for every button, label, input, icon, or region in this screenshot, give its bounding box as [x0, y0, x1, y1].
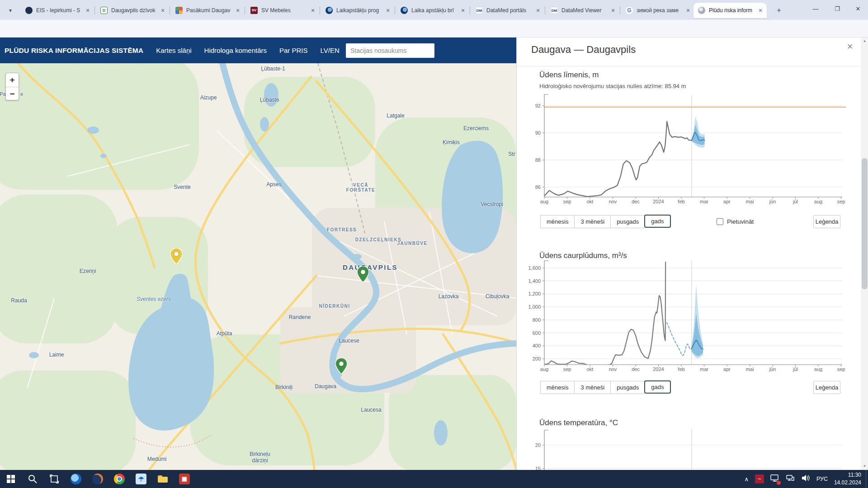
window-close-button[interactable]: ✕ [848, 0, 868, 18]
lvgmc-globe-icon [401, 7, 408, 14]
map-label-laucesa: Laucesa [361, 407, 381, 413]
svg-text:aug: aug [540, 366, 548, 372]
range-button-gads[interactable]: gads [644, 215, 670, 228]
tab-close-icon[interactable]: ✕ [684, 7, 692, 14]
svg-text:15: 15 [535, 466, 541, 470]
svg-text:1,600: 1,600 [528, 265, 541, 271]
tab-close-icon[interactable]: ✕ [234, 7, 241, 14]
weather-app-icon[interactable]: ☂ [136, 474, 146, 484]
browser-tab-2[interactable]: DDaugavpils dzīvok✕ [96, 3, 169, 18]
nav-hidrologa-komentars[interactable]: Hidrologa komentārs [204, 47, 267, 54]
tab-close-icon[interactable]: ✕ [459, 7, 467, 14]
tab-close-icon[interactable]: ✕ [309, 7, 316, 14]
temperature-chart[interactable]: 1520 [525, 428, 846, 470]
map-label-laime: Laime [49, 352, 64, 358]
tab-close-icon[interactable]: ✕ [534, 7, 542, 14]
map-label-e: e [20, 91, 23, 97]
browser-tab-4[interactable]: SVSV Mebeles✕ [246, 3, 319, 18]
nav-language-toggle[interactable]: LV/EN [321, 47, 340, 54]
edge-browser-icon[interactable] [71, 474, 81, 484]
browser-tab-1[interactable]: EIS - Iepirkumi - S✕ [21, 3, 94, 18]
tab-close-icon[interactable]: ✕ [757, 7, 764, 14]
browser-tab-6[interactable]: Laika apstākļu brī✕ [396, 3, 469, 18]
panel-close-icon[interactable]: ✕ [845, 42, 855, 52]
zoom-checkbox-row: Pietuvināt [717, 218, 754, 225]
antivirus-tray-icon[interactable]: ~ [755, 474, 764, 483]
network-icon[interactable] [786, 474, 795, 484]
site-brand[interactable]: PLŪDU RISKA INFORMĀCIJAS SISTĒMA [5, 47, 143, 55]
zoom-in-button[interactable]: + [6, 73, 19, 87]
datamed-icon: DM [551, 7, 558, 14]
tab-close-icon[interactable]: ✕ [609, 7, 617, 14]
discharge-chart[interactable]: 2004006008001,0001,2001,4001,600augsepok… [525, 260, 846, 375]
range-button-pusgads[interactable]: pusgads [610, 215, 645, 228]
tab-title: Plūdu riska inform [709, 7, 757, 14]
range-button-gads[interactable]: gads [644, 380, 670, 394]
range-button-3-mēneši[interactable]: 3 mēneši [574, 215, 610, 228]
water-level-range-buttons: mēnesis3 mēnešipusgadsgads [540, 215, 670, 228]
range-button-mēnesis[interactable]: mēnesis [540, 381, 574, 394]
map-label-daugava: Daugava [315, 383, 336, 389]
search-icon[interactable] [27, 474, 38, 484]
window-minimize-button[interactable]: — [805, 0, 826, 18]
file-explorer-icon[interactable] [157, 474, 168, 484]
tab-title: Daugavpils dzīvok [111, 7, 159, 14]
nav-kartes-slani[interactable]: Kartes slāņi [156, 47, 191, 54]
map-label-n-derk-ni: NĪDERKŪNI [319, 304, 350, 309]
station-marker-daugava[interactable] [335, 358, 347, 374]
zoom-checkbox[interactable] [717, 218, 723, 225]
tab-title: зимой река заме [637, 7, 684, 14]
browser-tab-9[interactable]: Gзимой река заме✕ [621, 3, 694, 18]
taskbar-clock[interactable]: 11:30 14.02.2024 [834, 471, 861, 487]
svg-text:mai: mai [746, 366, 754, 372]
start-button[interactable] [5, 474, 16, 484]
svg-text:jūl: jūl [793, 366, 798, 372]
scrollbar-thumb[interactable] [862, 158, 868, 289]
tab-close-icon[interactable]: ✕ [84, 7, 91, 14]
station-search-input[interactable] [346, 43, 434, 58]
red-app-icon[interactable]: ▣ [179, 474, 190, 484]
discharge-legend-button[interactable]: Leģenda [813, 381, 840, 394]
browser-tab-7[interactable]: DMDataMed portāls✕ [471, 3, 544, 18]
map-label-randene: Randene [289, 314, 311, 320]
svg-text:okt: okt [587, 366, 594, 372]
map-label--imi-is: Ķimiķis [443, 139, 460, 145]
task-view-icon[interactable] [49, 474, 60, 484]
scroll-down-icon[interactable]: ▼ [861, 463, 868, 470]
svg-text:sep: sep [837, 199, 845, 204]
station-marker-daugavpils[interactable] [357, 266, 369, 282]
browser-tab-5[interactable]: Laikapstākļu prog✕ [321, 3, 394, 18]
tab-search-chevron-icon[interactable]: ▾ [6, 6, 14, 14]
water-level-chart[interactable]: 86889092augsepoktnovdec2024febmaraprmaij… [525, 93, 846, 206]
map-label-medumi: Medumi [147, 456, 167, 462]
browser-tab-3[interactable]: Pasākumi Daugav✕ [171, 3, 244, 18]
window-restore-button[interactable]: ❐ [827, 0, 848, 18]
range-button-3-mēneši[interactable]: 3 mēneši [574, 381, 610, 394]
nav-par-pris[interactable]: Par PRIS [279, 47, 308, 54]
range-button-pusgads[interactable]: pusgads [610, 381, 645, 394]
browser-tab-10[interactable]: Plūdu riska inform✕ [693, 3, 767, 18]
firefox-icon[interactable] [92, 474, 103, 484]
tab-close-icon[interactable]: ✕ [384, 7, 392, 14]
volume-icon[interactable] [801, 474, 810, 484]
zoom-out-button[interactable]: − [6, 87, 19, 100]
svg-text:1,000: 1,000 [528, 304, 541, 310]
scroll-up-icon[interactable]: ▲ [861, 38, 868, 45]
svg-text:sep: sep [837, 366, 845, 372]
taskbar-date: 14.02.2024 [834, 479, 861, 487]
range-button-mēnesis[interactable]: mēnesis [540, 215, 574, 228]
new-tab-button[interactable]: + [774, 5, 784, 15]
tab-close-icon[interactable]: ✕ [159, 7, 166, 14]
datamed-icon: DM [476, 7, 483, 14]
display-notification-icon[interactable] [770, 474, 779, 484]
tray-chevron-icon[interactable]: ∧ [744, 476, 749, 483]
browser-tab-8[interactable]: DMDataMed Viewer✕ [546, 3, 619, 18]
language-indicator[interactable]: РУС [816, 476, 828, 482]
panel-scrollbar[interactable]: ▲ ▼ [861, 38, 868, 470]
water-level-legend-button[interactable]: Leģenda [813, 215, 840, 228]
station-marker-sventes-ezers[interactable] [170, 248, 182, 264]
map-canvas[interactable]: Ļūbaste-1AizupeĻūbasteLatgaleEzerciemsĶi… [0, 63, 516, 470]
chrome-icon[interactable] [114, 474, 125, 484]
show-desktop-button[interactable] [866, 470, 868, 488]
svg-text:86: 86 [535, 184, 541, 190]
